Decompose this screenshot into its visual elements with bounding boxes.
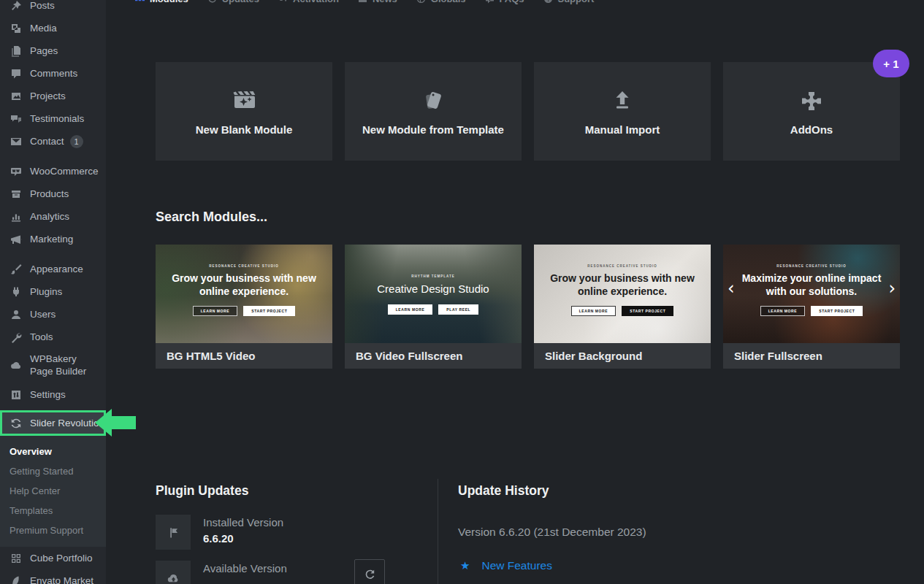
tab-news[interactable]: News	[358, 0, 397, 4]
carousel-next-icon[interactable]: ›	[888, 280, 896, 297]
sidebar-item-users[interactable]: Users	[0, 303, 106, 326]
tab-faqs[interactable]: FAQs	[485, 0, 524, 4]
tab-support[interactable]: Support	[543, 0, 595, 4]
sidebar-item-label: Slider Revolution	[30, 418, 104, 429]
slider-revolution-icon	[10, 418, 23, 429]
available-version-label: Available Version	[203, 561, 287, 577]
preview-button: START PROJECT	[811, 306, 863, 316]
new-module-from-template-card[interactable]: New Module from Template	[345, 62, 522, 161]
faq-bubble-icon	[485, 0, 495, 4]
template-card-slider-fullscreen[interactable]: RESONANCE CREATIVE STUDIO Maximize your …	[723, 245, 900, 369]
tab-label: FAQs	[500, 0, 524, 4]
sidebar-item-label: Pages	[30, 45, 58, 56]
module-card-label: AddOns	[790, 123, 833, 136]
newspaper-icon	[358, 0, 367, 4]
clapperboard-sparkle-icon	[231, 88, 257, 114]
template-title: Slider Fullscreen	[723, 343, 900, 369]
sidebar-item-slider-revolution[interactable]: Slider Revolution	[0, 410, 106, 436]
question-circle-icon	[543, 0, 553, 4]
testimonials-icon	[10, 113, 23, 125]
addons-card[interactable]: AddOns	[723, 62, 900, 161]
star-icon: ★	[460, 559, 470, 572]
tab-activation[interactable]: Activation	[278, 0, 339, 4]
new-features-link[interactable]: New Features	[481, 559, 551, 572]
settings-sliders-icon	[10, 389, 23, 401]
submenu-item-premium-support[interactable]: Premium Support	[0, 520, 106, 540]
module-actions-row: New Blank Module New Module from Templat…	[156, 62, 900, 161]
search-modules-input[interactable]: Search Modules...	[156, 210, 267, 225]
sidebar-item-projects[interactable]: Projects	[0, 85, 106, 107]
bottom-panels: Plugin Updates Installed Version 6.6.20 …	[156, 483, 924, 584]
sidebar-item-envato-market[interactable]: Envato Market	[0, 569, 106, 584]
sidebar-item-posts[interactable]: Posts	[0, 0, 106, 17]
sidebar-item-label: Media	[30, 23, 57, 34]
sidebar-item-label: Appearance	[30, 264, 83, 274]
sidebar-item-label: Analytics	[30, 211, 69, 222]
submenu-item-templates[interactable]: Templates	[0, 501, 106, 520]
preview-heading: Grow your business with new online exper…	[545, 272, 700, 298]
slider-revolution-submenu: Overview Getting Started Help Center Tem…	[0, 436, 106, 547]
sidebar-item-pages[interactable]: Pages	[0, 39, 106, 62]
tab-label: Support	[558, 0, 595, 4]
update-history-panel: Update History Version 6.6.20 (21st Dece…	[438, 483, 924, 584]
sidebar-item-label: Products	[30, 188, 69, 199]
submenu-item-help-center[interactable]: Help Center	[0, 481, 106, 501]
sidebar-item-settings[interactable]: Settings	[0, 383, 106, 406]
template-preview: RHYTHM TEMPLATE Creative Design Studio L…	[345, 245, 522, 343]
addons-count-badge[interactable]: + 1	[873, 50, 909, 77]
sidebar-item-label: Envato Market	[30, 575, 93, 584]
new-blank-module-card[interactable]: New Blank Module	[156, 62, 332, 161]
template-title: BG Video Fullscreen	[345, 343, 522, 369]
sidebar-item-woocommerce[interactable]: WooCommerce	[0, 160, 106, 182]
sidebar-item-plugins[interactable]: Plugins	[0, 280, 106, 303]
tab-label: Modules	[150, 0, 188, 4]
tab-updates[interactable]: Updates	[207, 0, 259, 4]
template-card-bg-video-fullscreen[interactable]: RHYTHM TEMPLATE Creative Design Studio L…	[345, 245, 522, 369]
template-card-bg-html5-video[interactable]: RESONANCE CREATIVE STUDIO Grow your busi…	[156, 245, 332, 369]
sidebar-item-wpbakery[interactable]: WPBakery Page Builder	[0, 348, 106, 383]
template-title: BG HTML5 Video	[156, 343, 332, 369]
user-icon	[10, 309, 23, 320]
template-card-slider-background[interactable]: RESONANCE CREATIVE STUDIO Grow your busi…	[534, 245, 711, 369]
preview-button: START PROJECT	[243, 306, 295, 316]
sidebar-item-label: WPBakery Page Builder	[30, 353, 99, 378]
sidebar-item-cube-portfolio[interactable]: Cube Portfolio	[0, 547, 106, 569]
tab-label: Activation	[293, 0, 339, 4]
wrench-icon	[10, 331, 23, 343]
preview-eyebrow: RESONANCE CREATIVE STUDIO	[209, 264, 279, 268]
bar-chart-icon	[10, 211, 23, 223]
woocommerce-icon	[10, 166, 23, 177]
media-icon	[10, 23, 23, 34]
sidebar-item-label: Marketing	[30, 234, 73, 245]
sidebar-item-label: Users	[30, 309, 56, 320]
admin-sidebar: Posts Media Pages Comments Projects Test…	[0, 0, 106, 584]
submenu-item-getting-started[interactable]: Getting Started	[0, 461, 106, 481]
sidebar-item-tools[interactable]: Tools	[0, 326, 106, 348]
sidebar-item-testimonials[interactable]: Testimonials	[0, 107, 106, 130]
installed-version-label: Installed Version	[203, 515, 283, 531]
module-card-label: Manual Import	[585, 123, 660, 136]
sidebar-item-comments[interactable]: Comments	[0, 62, 106, 85]
sidebar-item-contact[interactable]: Contact 1	[0, 130, 106, 153]
sidebar-item-label: Tools	[30, 331, 53, 342]
carousel-prev-icon[interactable]: ‹	[728, 280, 735, 297]
cloud-download-icon	[156, 561, 191, 584]
modules-grid-icon	[135, 0, 145, 4]
check-updates-button[interactable]	[354, 559, 385, 584]
sidebar-item-analytics[interactable]: Analytics	[0, 205, 106, 228]
contact-count-badge: 1	[70, 135, 83, 148]
sidebar-item-media[interactable]: Media	[0, 17, 106, 39]
tab-globals[interactable]: Globals	[416, 0, 466, 4]
pages-icon	[10, 45, 23, 57]
tab-modules[interactable]: Modules	[135, 0, 188, 4]
sidebar-item-marketing[interactable]: Marketing	[0, 228, 106, 250]
sidebar-item-products[interactable]: Products	[0, 182, 106, 205]
upload-icon	[609, 88, 635, 114]
leaf-icon	[10, 575, 23, 584]
preview-heading: Maximize your online impact with our sol…	[734, 272, 889, 298]
submenu-item-overview[interactable]: Overview	[0, 442, 106, 461]
manual-import-card[interactable]: Manual Import	[534, 62, 711, 161]
sidebar-item-appearance[interactable]: Appearance	[0, 258, 106, 280]
available-version-row: Available Version	[156, 561, 287, 584]
plug-icon	[10, 286, 23, 298]
